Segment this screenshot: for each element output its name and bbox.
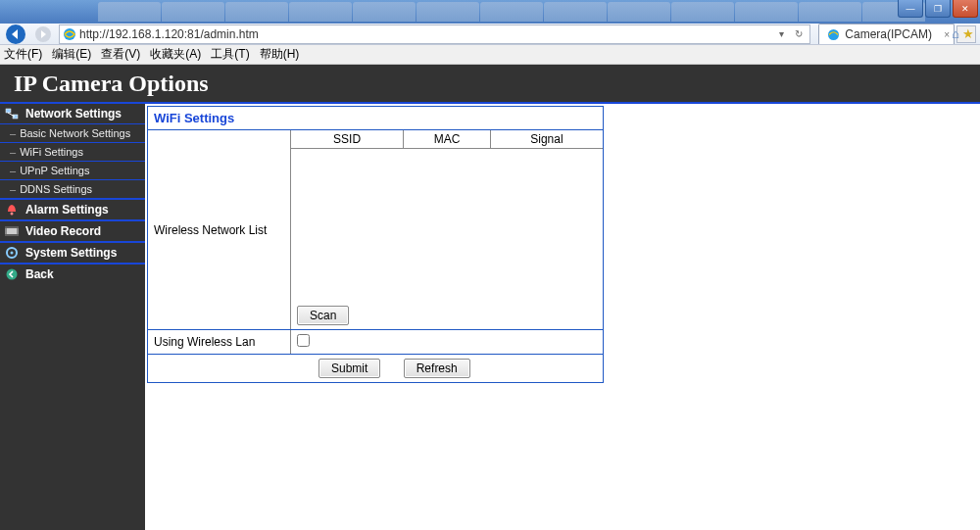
page-title: IP Camera Options	[0, 65, 980, 104]
sidebar-item-label: UPnP Settings	[20, 165, 89, 176]
col-mac: MAC	[404, 130, 491, 148]
use-wlan-label: Using Wireless Lan	[148, 330, 291, 354]
background-tab[interactable]	[98, 2, 161, 22]
wifi-list-body	[291, 149, 603, 302]
sidebar-item-label: Basic Network Settings	[20, 127, 130, 139]
background-tab[interactable]	[416, 2, 479, 22]
scan-button[interactable]: Scan	[297, 306, 349, 325]
sidebar-item-label: WiFi Settings	[20, 146, 83, 158]
ie-logo-icon	[825, 26, 841, 42]
sidebar-cat-label: System Settings	[25, 246, 117, 260]
nav-refresh-icon[interactable]: ↻	[790, 26, 808, 42]
menu-tools[interactable]: 工具(T)	[211, 46, 249, 63]
wifi-list-header: SSID MAC Signal	[291, 130, 603, 149]
background-tab[interactable]	[353, 2, 416, 22]
window-close-button[interactable]: ✕	[953, 0, 978, 18]
content-area: WiFi Settings Wireless Network List SSID…	[145, 104, 980, 530]
browser-navbar: ▾ ↻ Camera(IPCAM) × ⌂ ★	[0, 24, 980, 45]
sidebar-cat-label: Alarm Settings	[25, 203, 109, 217]
sidebar-cat-system[interactable]: System Settings	[0, 242, 145, 264]
sidebar-item-basic-network[interactable]: –Basic Network Settings	[0, 124, 145, 143]
background-tab[interactable]	[799, 2, 861, 22]
svg-point-13	[11, 252, 14, 255]
background-tab[interactable]	[480, 2, 543, 22]
bell-icon	[4, 203, 20, 217]
menu-view[interactable]: 查看(V)	[101, 46, 140, 63]
svg-rect-9	[7, 228, 17, 234]
browser-menubar: 文件(F) 编辑(E) 查看(V) 收藏夹(A) 工具(T) 帮助(H)	[0, 45, 980, 65]
sidebar-item-ddns[interactable]: –DDNS Settings	[0, 180, 145, 199]
sidebar-cat-video[interactable]: Video Record	[0, 220, 145, 242]
wireless-list-label: Wireless Network List	[148, 130, 291, 329]
background-tab[interactable]	[671, 2, 734, 22]
ie-logo-icon	[62, 26, 77, 42]
background-tab[interactable]	[544, 2, 607, 22]
svg-point-14	[7, 269, 18, 280]
tab-close-icon[interactable]: ×	[944, 29, 950, 40]
sidebar-item-wifi[interactable]: –WiFi Settings	[0, 143, 145, 162]
back-icon	[4, 267, 20, 281]
gear-icon	[4, 246, 20, 260]
svg-point-7	[11, 213, 14, 216]
window-minimize-button[interactable]: —	[898, 0, 923, 18]
background-tab[interactable]	[162, 2, 224, 22]
url-input[interactable]	[77, 27, 772, 41]
nav-back-button[interactable]	[4, 24, 27, 44]
background-tab-strip	[98, 2, 925, 22]
sidebar-cat-alarm[interactable]: Alarm Settings	[0, 199, 145, 220]
svg-rect-4	[6, 109, 11, 113]
sidebar-item-label: DDNS Settings	[20, 183, 92, 195]
col-signal: Signal	[491, 130, 603, 148]
background-tab[interactable]	[608, 2, 670, 22]
film-icon	[4, 224, 20, 238]
network-icon	[4, 107, 20, 120]
menu-help[interactable]: 帮助(H)	[260, 46, 300, 63]
background-tab[interactable]	[225, 2, 288, 22]
url-dropdown-icon[interactable]: ▾	[772, 26, 790, 42]
menu-edit[interactable]: 编辑(E)	[52, 46, 91, 63]
sidebar-cat-label: Network Settings	[25, 107, 122, 120]
address-bar[interactable]: ▾ ↻	[59, 24, 810, 44]
panel-title: WiFi Settings	[148, 107, 603, 130]
sidebar-cat-label: Back	[25, 267, 54, 281]
sidebar: Network Settings –Basic Network Settings…	[0, 104, 145, 530]
use-wlan-checkbox[interactable]	[297, 334, 310, 347]
menu-file[interactable]: 文件(F)	[4, 46, 42, 63]
background-tab[interactable]	[289, 2, 352, 22]
sidebar-cat-label: Video Record	[25, 224, 101, 238]
home-icon[interactable]: ⌂	[952, 26, 959, 41]
refresh-button[interactable]: Refresh	[404, 359, 470, 378]
tab-label: Camera(IPCAM)	[845, 27, 932, 41]
sidebar-cat-network[interactable]: Network Settings	[0, 104, 145, 124]
menu-favorites[interactable]: 收藏夹(A)	[150, 46, 201, 63]
window-titlebar: — ❐ ✕	[0, 0, 980, 24]
background-tab[interactable]	[735, 2, 798, 22]
col-ssid: SSID	[291, 130, 404, 148]
tab-camera[interactable]: Camera(IPCAM) ×	[818, 24, 955, 44]
favorites-star-icon[interactable]: ★	[962, 26, 974, 41]
sidebar-item-upnp[interactable]: –UPnP Settings	[0, 162, 145, 180]
submit-button[interactable]: Submit	[318, 359, 380, 378]
nav-forward-button[interactable]	[31, 24, 55, 44]
svg-rect-5	[13, 115, 18, 119]
window-maximize-button[interactable]: ❐	[925, 0, 951, 18]
sidebar-cat-back[interactable]: Back	[0, 264, 145, 284]
